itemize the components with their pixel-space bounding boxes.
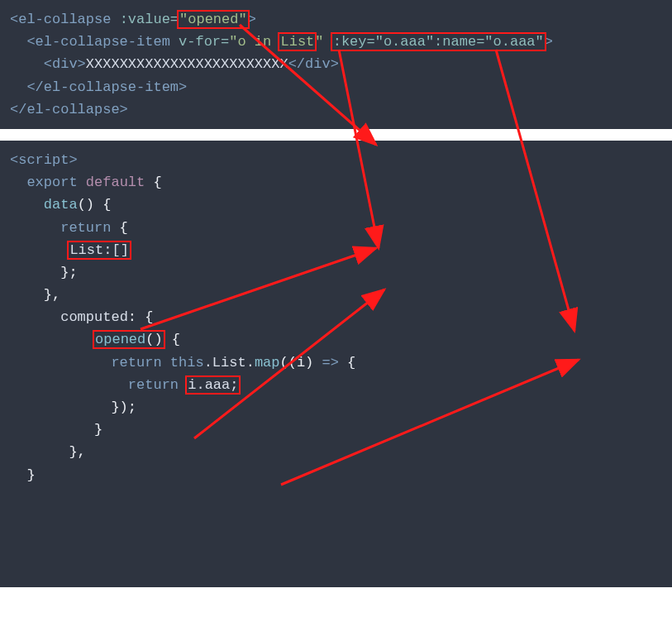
code-text xyxy=(10,197,44,213)
highlight-opened-value: "opened" xyxy=(179,12,248,27)
code-text: => xyxy=(322,355,339,371)
code-text: default xyxy=(78,175,145,190)
code-text: opened xyxy=(95,332,145,347)
code-text: { xyxy=(145,175,161,190)
code-text: export xyxy=(10,175,78,190)
code-text: }, xyxy=(10,287,60,303)
code-text: { xyxy=(164,332,180,347)
block-divider xyxy=(0,129,672,141)
code-text: .List. xyxy=(204,355,255,371)
code-text: () xyxy=(145,332,162,347)
code-text: return xyxy=(10,355,162,371)
code-text: v-for= xyxy=(179,34,229,50)
code-text xyxy=(10,332,94,347)
code-text: return xyxy=(10,220,111,236)
highlight-i-aaa: i.aaa; xyxy=(187,377,239,393)
code-text: <el-collapse xyxy=(10,12,120,27)
code-text: > xyxy=(545,34,553,50)
code-text: () { xyxy=(78,197,112,213)
highlight-key-name: :key="o.aaa":name="o.aaa" xyxy=(332,34,545,50)
code-text: > xyxy=(248,12,256,27)
code-text: computed xyxy=(60,309,128,325)
code-text: List xyxy=(280,34,314,50)
code-text: <script> xyxy=(10,152,78,168)
code-text: opened xyxy=(188,12,238,27)
code-text: List:[] xyxy=(69,242,128,258)
code-text: { xyxy=(111,220,127,236)
code-text: : { xyxy=(128,309,154,325)
code-text xyxy=(10,242,69,258)
code-block-script: <script> export default { data() { retur… xyxy=(0,141,672,587)
code-text: XXXXXXXXXXXXXXXXXXXXXXXX xyxy=(86,56,288,72)
code-text: { xyxy=(339,355,355,371)
code-text: i.aaa; xyxy=(188,377,238,393)
code-block-template: <el-collapse :value="opened"> <el-collap… xyxy=(0,0,672,129)
code-text: }, xyxy=(10,444,86,460)
code-text: data xyxy=(44,197,78,213)
code-text: </div> xyxy=(288,56,339,72)
code-text: }); xyxy=(10,399,136,415)
highlight-list-data: List:[] xyxy=(69,242,129,258)
code-text: map xyxy=(255,355,280,371)
code-text: <el-collapse-item xyxy=(10,34,179,50)
code-text: " xyxy=(179,12,188,27)
code-text: this xyxy=(162,355,204,371)
code-text: :value= xyxy=(120,12,179,27)
code-text: " xyxy=(238,12,246,27)
code-text: "o in xyxy=(229,34,279,50)
code-text: } xyxy=(10,467,36,483)
code-text: </el-collapse> xyxy=(10,102,128,117)
code-text: <div> xyxy=(10,56,86,72)
highlight-opened-computed: opened() xyxy=(94,332,164,347)
code-text: </el-collapse-item> xyxy=(10,79,187,95)
code-text: " xyxy=(315,34,331,50)
code-text: :key="o.aaa":name="o.aaa" xyxy=(333,34,544,50)
code-text: ((i) xyxy=(279,355,322,371)
code-text: } xyxy=(10,422,102,438)
code-text xyxy=(10,309,60,325)
highlight-list-vfor: List xyxy=(279,34,315,50)
code-text: return xyxy=(10,377,187,393)
code-text: }; xyxy=(10,265,78,280)
